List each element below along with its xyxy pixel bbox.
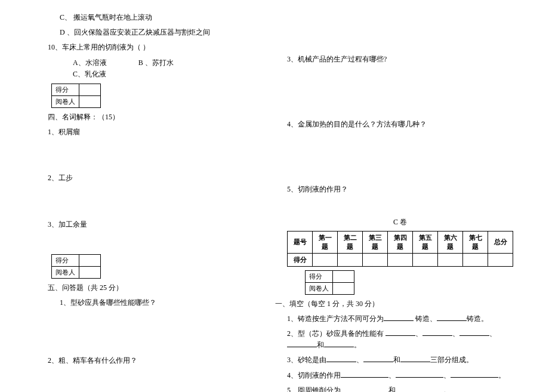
score-value-row: 得分 bbox=[288, 253, 513, 266]
blank bbox=[384, 314, 414, 321]
sv-2 bbox=[338, 253, 363, 266]
sv-1 bbox=[313, 253, 338, 266]
blank bbox=[437, 314, 467, 321]
mini-marker-label: 阅卷人 bbox=[52, 95, 79, 107]
blank bbox=[363, 355, 393, 362]
hdr-8: 总分 bbox=[488, 231, 513, 253]
blank bbox=[451, 371, 498, 378]
fill-q3-b: 和 bbox=[393, 356, 400, 364]
q10-opt-a: A、水溶液 bbox=[73, 57, 107, 69]
sec5-q1: 1、型砂应具备哪些性能哪些？ bbox=[48, 297, 251, 308]
q10-options: A、水溶液 B 、苏打水 C、乳化液 bbox=[48, 57, 251, 80]
fill-q2-end: 。 bbox=[354, 341, 361, 349]
fill-q1-c: 铸造。 bbox=[467, 314, 488, 323]
right-q3: 3、机械产品的生产过程有哪些? bbox=[287, 54, 513, 65]
sv-7 bbox=[463, 253, 488, 266]
score-mini-table-2: 得分 阅卷人 bbox=[51, 254, 101, 279]
fill-q1: 1、铸造按生产方法不同可分为 铸造、铸造。 bbox=[287, 313, 513, 325]
fill-q2: 2、型（芯）砂应具备的性能有 、、、和。 bbox=[287, 328, 513, 351]
score-mini-table-3: 得分 阅卷人 bbox=[305, 270, 354, 295]
fill-q3: 3、砂轮是由、和三部分组成。 bbox=[287, 354, 513, 366]
row2-label: 得分 bbox=[288, 253, 313, 266]
sv-8 bbox=[488, 253, 513, 266]
blank bbox=[326, 355, 356, 362]
fill-q2-suffix: 和 bbox=[317, 341, 324, 349]
blank bbox=[459, 329, 489, 336]
section5-title: 五、问答题（共 25 分） bbox=[48, 282, 251, 294]
hdr-3: 第三题 bbox=[363, 231, 388, 253]
mini2-marker-label: 阅卷人 bbox=[52, 266, 79, 278]
sec4-q2: 2、工步 bbox=[48, 172, 251, 184]
q10-opt-b: B 、苏打水 bbox=[138, 57, 174, 69]
score-header-table: 题号 第一题 第二题 第三题 第四题 第五题 第六题 第七题 总分 得分 bbox=[287, 231, 513, 267]
option-d: D 、回火保险器应安装正乙炔减压器与割炬之间 bbox=[48, 27, 251, 38]
fill-q1-a: 1、铸造按生产方法不同可分为 bbox=[287, 314, 384, 323]
sec4-q1: 1、积屑瘤 bbox=[48, 126, 251, 138]
fill-q3-c: 三部分组成。 bbox=[430, 356, 473, 364]
hdr-0: 题号 bbox=[288, 231, 313, 253]
option-c: C、 搬运氧气瓶时在地上滚动 bbox=[48, 12, 251, 23]
fill-q4-a: 4、切削液的作用 bbox=[287, 371, 341, 379]
blank bbox=[324, 340, 354, 347]
mini2-score-label: 得分 bbox=[52, 254, 79, 266]
blank bbox=[400, 355, 430, 362]
section4-title: 四、名词解释：（15） bbox=[48, 112, 251, 123]
blank bbox=[396, 385, 443, 392]
hdr-2: 第二题 bbox=[338, 231, 363, 253]
right-q5: 5、切削液的作用？ bbox=[287, 184, 513, 195]
mini3-score-label: 得分 bbox=[306, 270, 333, 282]
fill-q2-a: 2、型（芯）砂应具备的性能有 bbox=[287, 329, 385, 338]
mini2-score-cell bbox=[79, 254, 101, 266]
sv-6 bbox=[438, 253, 463, 266]
sv-5 bbox=[413, 253, 438, 266]
fill-q5-a: 5、圆周铣削分为 bbox=[287, 386, 341, 392]
fill-q5: 5、圆周铣削分为和。 bbox=[287, 385, 513, 392]
mini3-marker-label: 阅卷人 bbox=[306, 282, 333, 294]
hdr-1: 第一题 bbox=[313, 231, 338, 253]
mini-score-label: 得分 bbox=[52, 84, 79, 95]
fill-q4-end: 。 bbox=[498, 371, 505, 379]
mini2-marker-cell bbox=[79, 266, 101, 278]
blank bbox=[396, 371, 443, 378]
hdr-4: 第四题 bbox=[388, 231, 413, 253]
fill-q5-b: 和 bbox=[388, 386, 396, 392]
fill-q4: 4、切削液的作用、、。 bbox=[287, 370, 513, 381]
fill-q5-end: 。 bbox=[443, 386, 451, 392]
score-mini-table-1: 得分 阅卷人 bbox=[51, 84, 101, 108]
blank bbox=[422, 329, 452, 336]
fill-q1-b: 铸造、 bbox=[414, 314, 437, 323]
right-q4: 4、金属加热的目的是什么？方法有哪几种？ bbox=[287, 119, 513, 130]
paper-c-label: C 卷 bbox=[287, 217, 513, 227]
q10-stem: 10、车床上常用的切削液为（ ） bbox=[48, 42, 251, 53]
hdr-6: 第六题 bbox=[438, 231, 463, 253]
mini-score-cell bbox=[79, 84, 101, 95]
mini3-score-cell bbox=[333, 270, 354, 282]
score-header-row: 题号 第一题 第二题 第三题 第四题 第五题 第六题 第七题 总分 bbox=[288, 231, 513, 253]
blank bbox=[341, 371, 388, 378]
blank bbox=[341, 385, 388, 392]
mini-marker-cell bbox=[79, 95, 101, 107]
sv-4 bbox=[388, 253, 413, 266]
blank bbox=[385, 329, 415, 336]
hdr-7: 第七题 bbox=[463, 231, 488, 253]
blank bbox=[287, 340, 317, 347]
sv-3 bbox=[363, 253, 388, 266]
mini3-marker-cell bbox=[333, 282, 354, 294]
section1-title: 一、填空（每空 1 分，共 30 分） bbox=[275, 298, 513, 310]
hdr-5: 第五题 bbox=[413, 231, 438, 253]
sec4-q3: 3、加工余量 bbox=[48, 219, 251, 230]
sec5-q2: 2、粗、精车各有什么作用？ bbox=[48, 355, 251, 366]
q10-opt-c: C、乳化液 bbox=[73, 69, 106, 80]
fill-q3-a: 3、砂轮是由 bbox=[287, 356, 326, 364]
